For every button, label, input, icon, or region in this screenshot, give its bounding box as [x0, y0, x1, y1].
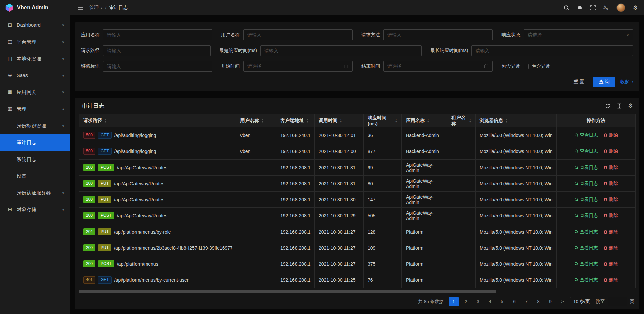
translate-icon[interactable]: 文A [603, 4, 610, 11]
column-header-7[interactable]: 浏览器信息▲▼ [476, 114, 557, 127]
column-settings-icon[interactable]: ⚙ [628, 103, 633, 109]
sort-carets-icon[interactable]: ▲▼ [395, 118, 397, 123]
search-icon[interactable] [563, 4, 570, 11]
sidebar-item-saas[interactable]: ⊕Saas∨ [0, 67, 70, 84]
sidebar-item-dashboard[interactable]: ⊞Dashboard∨ [0, 17, 70, 34]
delete-button[interactable]: 删除 [603, 277, 618, 283]
delete-button[interactable]: 删除 [603, 261, 618, 267]
delete-button[interactable]: 删除 [603, 245, 618, 251]
page-button-9[interactable]: 9 [546, 297, 555, 306]
chevron-down-icon: ∨ [60, 124, 64, 128]
sidebar-item-object-storage[interactable]: ⊟对象存储∨ [0, 201, 70, 218]
page-button-1[interactable]: 1 [449, 297, 459, 306]
max-response-time-input[interactable] [471, 45, 633, 56]
request-method-input[interactable] [383, 29, 493, 40]
sidebar-item-label: 身份标识管理 [17, 123, 46, 129]
app-name-input[interactable] [103, 29, 212, 40]
page-size-select[interactable]: 10 条/页 [570, 297, 593, 306]
bell-icon[interactable] [576, 4, 583, 11]
column-header-0[interactable]: 请求路径▲▼ [79, 114, 236, 127]
view-log-button[interactable]: 查看日志 [574, 277, 598, 283]
include-exception-checkbox[interactable] [524, 64, 529, 69]
page-button-4[interactable]: 4 [485, 297, 495, 306]
response-time-cell: 147 [364, 192, 402, 208]
delete-button[interactable]: 删除 [603, 132, 618, 138]
next-page-button[interactable]: > [558, 297, 567, 306]
call-time-cell: 2021-10-30 11:30 [315, 192, 364, 208]
sort-carets-icon[interactable]: ▲▼ [306, 118, 309, 123]
end-time-date-input[interactable]: 请选择 [383, 61, 493, 72]
sidebar-item-management[interactable]: ▦管理∧ [0, 101, 70, 117]
sidebar-item-auth-server[interactable]: 身份认证服务器∨ [0, 184, 70, 201]
request-path-input[interactable] [103, 45, 211, 56]
reset-button[interactable]: 重 置 [568, 77, 590, 87]
request-path: /api/ApiGateway/Routes [114, 197, 164, 202]
delete-button[interactable]: 删除 [603, 213, 618, 219]
page-button-8[interactable]: 8 [534, 297, 543, 306]
sort-carets-icon[interactable]: ▲▼ [427, 118, 429, 123]
page-button-7[interactable]: 7 [522, 297, 531, 306]
collapse-link[interactable]: 收起 ∧ [620, 79, 634, 85]
user-avatar[interactable] [616, 3, 625, 12]
page-button-2[interactable]: 2 [461, 297, 471, 306]
column-header-3[interactable]: 调用时间▲▼ [315, 114, 364, 127]
user-name-input[interactable] [243, 29, 353, 40]
sidebar-item-gateway[interactable]: ⊠应用网关∨ [0, 84, 70, 101]
view-log-button[interactable]: 查看日志 [574, 148, 598, 154]
sort-carets-icon[interactable]: ▲▼ [505, 118, 508, 123]
settings-gear-icon[interactable]: ⚙ [632, 4, 639, 11]
row-height-icon[interactable] [616, 103, 622, 109]
fullscreen-icon[interactable] [590, 4, 596, 11]
delete-label: 删除 [609, 197, 618, 203]
column-header-6[interactable]: 租户名称▲▼ [447, 114, 476, 127]
view-log-button[interactable]: 查看日志 [574, 213, 598, 219]
sidebar-item-audit-log[interactable]: 审计日志 [0, 134, 70, 151]
breadcrumb-parent[interactable]: 管理 ∨ [89, 5, 103, 11]
sidebar-item-localization[interactable]: ◫本地化管理∨ [0, 50, 70, 67]
page-button-6[interactable]: 6 [509, 297, 519, 306]
view-log-button[interactable]: 查看日志 [574, 229, 598, 235]
column-header-5[interactable]: 应用名称▲▼ [402, 114, 447, 127]
sort-carets-icon[interactable]: ▲▼ [340, 118, 342, 123]
min-response-time-input[interactable] [260, 45, 422, 56]
request-path: /api/auditing/logging [114, 133, 156, 138]
sidebar-item-settings[interactable]: 设置 [0, 168, 70, 184]
jump-page-input[interactable] [608, 297, 627, 306]
view-log-button[interactable]: 查看日志 [574, 197, 598, 203]
view-log-button[interactable]: 查看日志 [574, 245, 598, 251]
view-log-button[interactable]: 查看日志 [574, 165, 598, 171]
column-header-1[interactable]: 用户名称▲▼ [236, 114, 276, 127]
browser-info-cell: Mozilla/5.0 (Windows NT 10.0; Win [476, 240, 557, 256]
query-button[interactable]: 查 询 [593, 77, 615, 87]
delete-button[interactable]: 删除 [603, 181, 618, 187]
column-header-2[interactable]: 客户端地址▲▼ [276, 114, 315, 127]
trace-id-input[interactable] [103, 61, 212, 72]
sort-carets-icon[interactable]: ▲▼ [104, 118, 107, 123]
menu-collapse-icon[interactable] [76, 3, 85, 12]
sort-carets-icon[interactable]: ▲▼ [261, 118, 264, 123]
column-header-4[interactable]: 响应时间(ms)▲▼ [364, 114, 402, 127]
view-log-button[interactable]: 查看日志 [574, 181, 598, 187]
sidebar-item-system-log[interactable]: 系统日志 [0, 151, 70, 168]
delete-button[interactable]: 删除 [603, 229, 618, 235]
delete-button[interactable]: 删除 [603, 197, 618, 203]
view-log-button[interactable]: 查看日志 [574, 261, 598, 267]
sidebar-item-platform[interactable]: ▤平台管理∨ [0, 34, 70, 50]
sort-carets-icon[interactable]: ▲▼ [469, 118, 471, 123]
refresh-icon[interactable] [605, 103, 610, 109]
select-placeholder: 请选择 [528, 32, 542, 38]
jump-suffix: 页 [630, 299, 635, 305]
delete-button[interactable]: 删除 [603, 148, 618, 154]
horizontal-scrollbar[interactable] [79, 290, 496, 293]
sidebar-item-identity-management[interactable]: 身份标识管理∨ [0, 117, 70, 134]
response-status-select[interactable]: 请选择∨ [524, 29, 633, 40]
page-button-5[interactable]: 5 [497, 297, 507, 306]
column-header-content: 应用名称▲▼ [406, 118, 443, 124]
logo-row[interactable]: Vben Admin [0, 0, 70, 15]
page-button-3[interactable]: 3 [473, 297, 483, 306]
call-time-cell: 2021-10-30 12:01 [315, 127, 364, 143]
start-time-date-input[interactable]: 请选择 [243, 61, 353, 72]
view-log-button[interactable]: 查看日志 [574, 132, 598, 138]
delete-button[interactable]: 删除 [603, 165, 618, 171]
status-badge: 200 [83, 244, 95, 251]
